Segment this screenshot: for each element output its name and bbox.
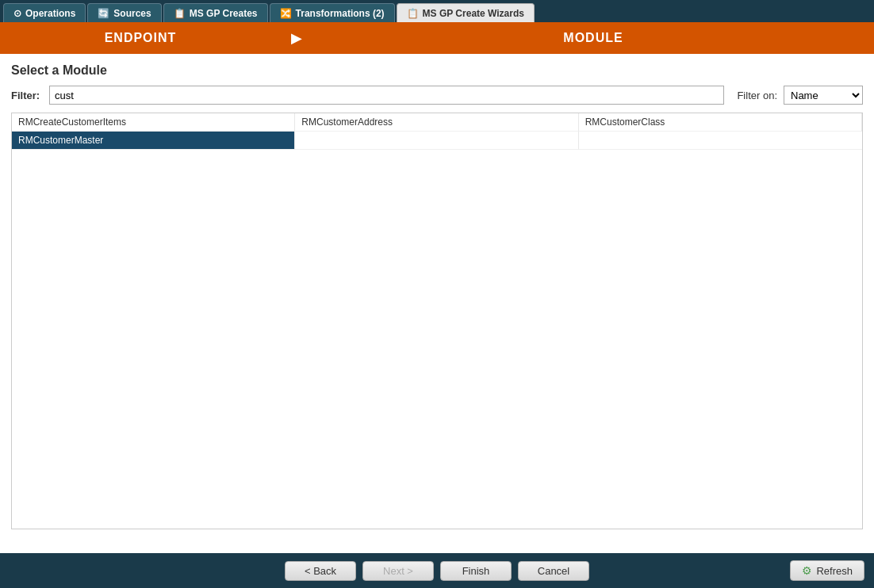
filter-on-label: Filter on: — [737, 90, 777, 101]
finish-button[interactable]: Finish — [440, 561, 512, 581]
transformations-icon: 🔀 — [280, 8, 292, 19]
tab-operations[interactable]: ⊙ Operations — [3, 3, 86, 22]
module-list-body: RMCreateCustomerItems RMCustomerAddress … — [12, 113, 862, 150]
filter-label: Filter: — [11, 90, 43, 101]
tab-transformations[interactable]: 🔀 Transformations (2) — [270, 3, 395, 22]
back-button[interactable]: < Back — [285, 561, 356, 581]
page-title: Select a Module — [11, 63, 863, 78]
ms-gp-create-wizards-icon: 📋 — [407, 8, 419, 19]
list-item[interactable]: RMCreateCustomerItems — [12, 113, 295, 132]
header-bar: ENDPOINT ▶ MODULE — [0, 22, 874, 54]
filter-input[interactable] — [49, 86, 724, 105]
list-item-selected[interactable]: RMCustomerMaster — [12, 132, 295, 150]
operations-icon: ⊙ — [13, 8, 21, 19]
next-button[interactable]: Next > — [362, 561, 434, 581]
tab-ms-gp-create-wizards-label: MS GP Create Wizards — [423, 8, 524, 19]
tab-bar: ⊙ Operations 🔄 Sources 📋 MS GP Creates 🔀… — [0, 0, 874, 22]
bottom-bar: < Back Next > Finish Cancel ⚙ Refresh — [0, 553, 874, 588]
cancel-button[interactable]: Cancel — [518, 561, 589, 581]
list-item[interactable]: RMCustomerClass — [579, 113, 862, 132]
tab-transformations-label: Transformations (2) — [296, 8, 385, 19]
ms-gp-creates-icon: 📋 — [174, 8, 186, 19]
tab-operations-label: Operations — [25, 8, 75, 19]
tab-ms-gp-create-wizards[interactable]: 📋 MS GP Create Wizards — [397, 3, 535, 22]
filter-row: Filter: Filter on: Name Description — [11, 86, 863, 105]
list-item-empty — [579, 132, 862, 150]
list-item[interactable]: RMCustomerAddress — [295, 113, 578, 132]
endpoint-label: ENDPOINT — [105, 31, 177, 45]
filter-on-select[interactable]: Name Description — [784, 86, 863, 105]
main-content: Select a Module Filter: Filter on: Name … — [0, 54, 874, 553]
refresh-icon: ⚙ — [802, 564, 812, 577]
module-label: MODULE — [563, 31, 623, 45]
nav-buttons: < Back Next > Finish Cancel — [285, 561, 589, 581]
tab-sources-label: Sources — [113, 8, 151, 19]
header-endpoint: ENDPOINT — [0, 22, 281, 54]
tab-ms-gp-creates[interactable]: 📋 MS GP Creates — [163, 3, 268, 22]
list-item-empty — [295, 132, 578, 150]
tab-ms-gp-creates-label: MS GP Creates — [190, 8, 258, 19]
module-list-container: RMCreateCustomerItems RMCustomerAddress … — [11, 113, 863, 529]
refresh-label: Refresh — [816, 565, 853, 577]
refresh-button[interactable]: ⚙ Refresh — [790, 560, 864, 581]
header-module: MODULE — [312, 22, 874, 54]
header-arrow-icon: ▶ — [281, 22, 312, 54]
sources-icon: 🔄 — [98, 8, 109, 19]
tab-sources[interactable]: 🔄 Sources — [87, 3, 161, 22]
bottom-right: ⚙ Refresh — [589, 560, 864, 581]
